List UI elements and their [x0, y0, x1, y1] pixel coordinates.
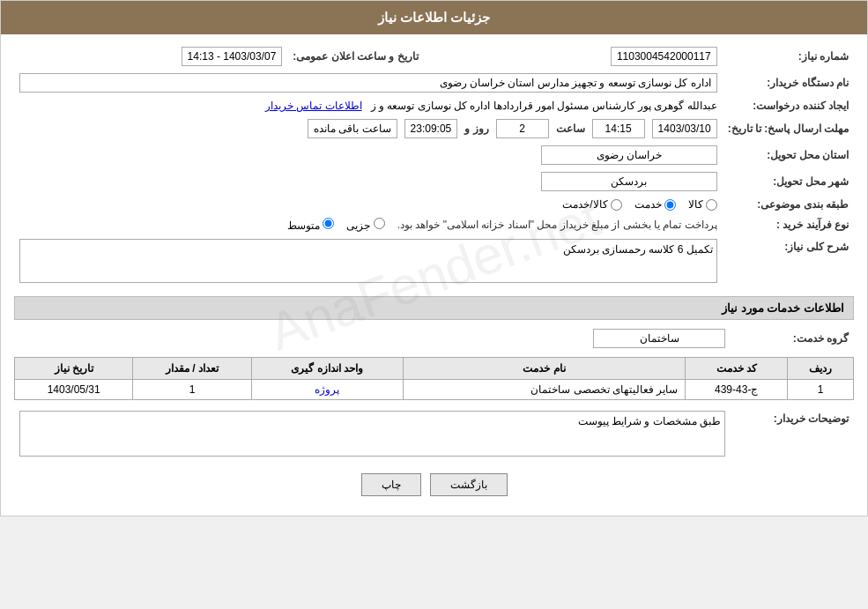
- tawzih-value: [14, 407, 731, 463]
- goroh-label: گروه خدمت:: [731, 325, 854, 352]
- tawzih-label: توضیحات خریدار:: [731, 407, 854, 463]
- mohlat-date-box: 1403/03/10: [652, 119, 717, 138]
- ostan-label: استان محل تحویل:: [723, 142, 854, 168]
- table-row: 1 ج-43-439 سایر فعالیتهای تخصصی ساختمان …: [15, 380, 854, 400]
- khadamat-section-header: اطلاعات خدمات مورد نیاز: [14, 296, 854, 320]
- col-kod: کد خدمت: [686, 358, 788, 380]
- cell-kod: ج-43-439: [686, 380, 788, 400]
- dastegh-value: اداره کل نوسازی توسعه و تجهیز مدارس استا…: [14, 70, 723, 96]
- tabaqe-label: طبقه بندی موضوعی:: [723, 195, 854, 214]
- col-tedad: تعداد / مقدار: [133, 358, 251, 380]
- eijad-text: عبدالله گوهری پور کارشناس مسئول امور قرا…: [371, 100, 717, 112]
- row-ostan: استان محل تحویل: خراسان رضوی: [14, 142, 854, 168]
- tabaqe-khedmat-option[interactable]: خدمت: [634, 198, 676, 211]
- services-thead: ردیف کد خدمت نام خدمت واحد اندازه گیری ت…: [15, 358, 854, 380]
- mohlat-roz-box: 2: [496, 119, 549, 138]
- mohlat-value: ساعت باقی مانده 23:09:05 روز و 2 ساعت 14…: [14, 115, 723, 142]
- eijad-label: ایجاد کننده درخواست:: [723, 96, 854, 115]
- tawzih-table: توضیحات خریدار:: [14, 407, 854, 463]
- tabaqe-kala-khedmat-label: کالا/خدمت: [562, 198, 607, 211]
- noe-label: نوع فرآیند خرید :: [723, 214, 854, 235]
- mohlat-baqi-label: ساعت باقی مانده: [314, 123, 391, 135]
- tabaqe-kala-khedmat-radio[interactable]: [611, 199, 622, 211]
- tarikh-elaan-box: 1403/03/07 - 14:13: [182, 47, 283, 66]
- row-dastegh: نام دستگاه خریدار: اداره کل نوسازی توسعه…: [14, 70, 854, 96]
- goroh-value: ساختمان: [14, 325, 731, 352]
- tarikh-elaan-value: 1403/03/07 - 14:13: [14, 43, 287, 70]
- dastegh-label: نام دستگاه خریدار:: [723, 70, 854, 96]
- tarikh-elaan-label: تاریخ و ساعت اعلان عمومی:: [287, 43, 435, 70]
- goroh-table: گروه خدمت: ساختمان: [14, 325, 854, 352]
- page-content: AnaFender.net شماره نیاز: 11030045420001…: [1, 34, 867, 516]
- row-tawzih: توضیحات خریدار:: [14, 407, 854, 463]
- noe-motawaset-label: متوسط: [287, 219, 320, 232]
- dastegh-box: اداره کل نوسازی توسعه و تجهیز مدارس استا…: [19, 73, 717, 93]
- services-tbody: 1 ج-43-439 سایر فعالیتهای تخصصی ساختمان …: [15, 380, 854, 400]
- noe-jozvi-option[interactable]: جزیی: [346, 218, 384, 232]
- mohlat-time-box: 23:09:05: [404, 119, 458, 138]
- cell-vahed: پروژه: [251, 380, 403, 400]
- khadamat-header-label: اطلاعات خدمات مورد نیاز: [722, 301, 844, 315]
- tawzih-textarea: [19, 411, 725, 457]
- row-noe: نوع فرآیند خرید : متوسط جزیی پرداخت تمام…: [14, 214, 854, 235]
- row-tabaqe: طبقه بندی موضوعی: کالا/خدمت خدمت: [14, 195, 854, 214]
- cell-name: سایر فعالیتهای تخصصی ساختمان: [403, 380, 686, 400]
- noe-description: پرداخت تمام یا بخشی از مبلغ خریداز محل "…: [397, 219, 717, 231]
- page-header: جزئیات اطلاعات نیاز: [1, 1, 867, 34]
- eijad-link[interactable]: اطلاعات تماس خریدار: [265, 100, 362, 112]
- eijad-value: عبدالله گوهری پور کارشناس مسئول امور قرا…: [14, 96, 723, 115]
- noe-jozvi-label: جزیی: [346, 219, 370, 232]
- tabaqe-khedmat-label: خدمت: [634, 198, 662, 211]
- sharh-textarea: [19, 239, 717, 283]
- row-shomara: شماره نیاز: 1103004542000117 تاریخ و ساع…: [14, 43, 854, 70]
- noe-motawaset-option[interactable]: متوسط: [287, 218, 334, 232]
- sharh-value: [14, 235, 723, 289]
- tabaqe-kala-radio[interactable]: [706, 199, 717, 211]
- tabaqe-value: کالا/خدمت خدمت کالا: [14, 195, 723, 214]
- cell-radif: 1: [788, 380, 854, 400]
- row-goroh: گروه خدمت: ساختمان: [14, 325, 854, 352]
- col-name: نام خدمت: [403, 358, 686, 380]
- tabaqe-kala-khedmat-option[interactable]: کالا/خدمت: [562, 198, 621, 211]
- sharh-label: شرح کلی نیاز:: [723, 235, 854, 289]
- row-sharh: شرح کلی نیاز:: [14, 235, 854, 289]
- shomara-value: 1103004542000117: [436, 43, 723, 70]
- row-eijad: ایجاد کننده درخواست: عبدالله گوهری پور ک…: [14, 96, 854, 115]
- col-radif: ردیف: [788, 358, 854, 380]
- col-tarikh: تاریخ نیاز: [15, 358, 133, 380]
- button-group: بازگشت چاپ: [14, 473, 854, 496]
- noe-motawaset-radio[interactable]: [323, 218, 334, 229]
- row-mohlat: مهلت ارسال پاسخ: تا تاریخ: ساعت باقی مان…: [14, 115, 854, 142]
- mohlat-saat-box: 14:15: [592, 119, 645, 138]
- shahr-box: بردسکن: [541, 172, 717, 191]
- shomara-label: شماره نیاز:: [723, 43, 854, 70]
- tabaqe-khedmat-radio[interactable]: [664, 199, 676, 211]
- shahr-value: بردسکن: [14, 168, 723, 195]
- page-wrapper: جزئیات اطلاعات نیاز AnaFender.net شماره …: [0, 0, 868, 516]
- row-shahr: شهر محل تحویل: بردسکن: [14, 168, 854, 195]
- cell-tarikh: 1403/05/31: [15, 380, 133, 400]
- ostan-value: خراسان رضوی: [14, 142, 723, 168]
- cell-tedad: 1: [133, 380, 251, 400]
- page-title: جزئیات اطلاعات نیاز: [378, 10, 490, 25]
- info-table: شماره نیاز: 1103004542000117 تاریخ و ساع…: [14, 43, 854, 289]
- noe-value: متوسط جزیی پرداخت تمام یا بخشی از مبلغ خ…: [14, 214, 723, 235]
- mohlat-label: مهلت ارسال پاسخ: تا تاریخ:: [723, 115, 854, 142]
- print-button[interactable]: چاپ: [361, 473, 421, 496]
- noe-jozvi-radio[interactable]: [374, 218, 385, 229]
- goroh-box: ساختمان: [593, 329, 725, 348]
- tabaqe-kala-label: کالا: [688, 198, 703, 211]
- ostan-box: خراسان رضوی: [541, 145, 717, 165]
- back-button[interactable]: بازگشت: [430, 473, 508, 496]
- mohlat-roz-label: روز و: [464, 123, 488, 135]
- shomara-box: 1103004542000117: [611, 47, 717, 66]
- tabaqe-kala-option[interactable]: کالا: [688, 198, 717, 211]
- services-table: ردیف کد خدمت نام خدمت واحد اندازه گیری ت…: [14, 357, 854, 400]
- services-header-row: ردیف کد خدمت نام خدمت واحد اندازه گیری ت…: [15, 358, 854, 380]
- mohlat-baqi-box: ساعت باقی مانده: [308, 119, 397, 138]
- col-vahed: واحد اندازه گیری: [251, 358, 403, 380]
- shahr-label: شهر محل تحویل:: [723, 168, 854, 195]
- mohlat-saat-label: ساعت: [556, 123, 585, 135]
